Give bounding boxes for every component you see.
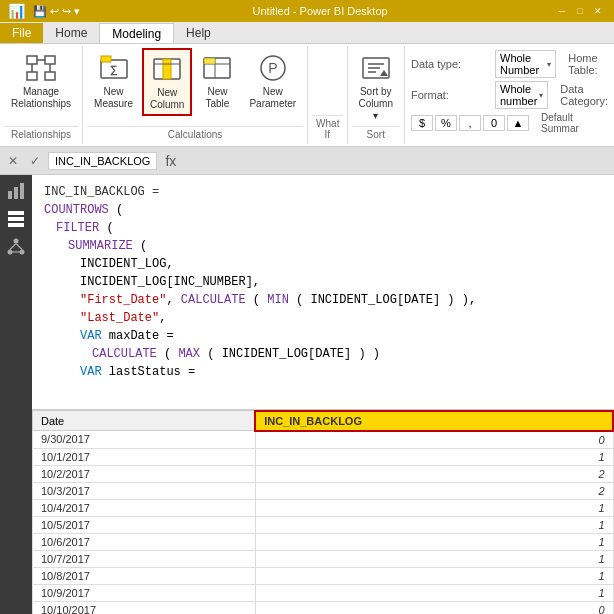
format-increase-button[interactable]: ▲ — [507, 115, 529, 131]
table-cell-value: 0 — [255, 601, 613, 614]
close-button[interactable]: ✕ — [590, 4, 606, 18]
code-line-1: INC_IN_BACKLOG = — [44, 183, 602, 201]
table-cell-date: 10/8/2017 — [33, 567, 256, 584]
table-cell-date: 10/6/2017 — [33, 533, 256, 550]
data-category-label: Data Category: — [560, 83, 608, 107]
data-type-value: Whole Number — [500, 52, 545, 76]
tab-help[interactable]: Help — [174, 23, 223, 43]
chevron-down-icon: ▾ — [547, 60, 551, 69]
table-cell-value: 0 — [255, 431, 613, 449]
table-row: 10/10/20170 — [33, 601, 614, 614]
table-cell-date: 10/7/2017 — [33, 550, 256, 567]
new-measure-label: NewMeasure — [94, 86, 133, 110]
format-comma-button[interactable]: , — [459, 115, 481, 131]
table-icon — [201, 52, 233, 84]
ribbon-items-relationships: ManageRelationships — [4, 48, 78, 126]
code-editor[interactable]: INC_IN_BACKLOG = COUNTROWS ( FILTER ( SU… — [32, 175, 614, 410]
default-summary-label: Default Summar — [541, 112, 608, 134]
code-line-10: CALCULATE ( MAX ( INCIDENT_LOG[DATE] ) ) — [44, 345, 602, 363]
tab-modeling[interactable]: Modeling — [99, 23, 174, 43]
table-row: 9/30/20170 — [33, 431, 614, 449]
sort-icon — [360, 52, 392, 84]
svg-rect-0 — [27, 56, 37, 64]
sort-by-column-button[interactable]: Sort byColumn ▾ — [352, 48, 400, 126]
chevron-down-icon2: ▾ — [539, 91, 543, 100]
table-cell-value: 1 — [255, 584, 613, 601]
svg-rect-9 — [101, 56, 111, 62]
svg-line-34 — [16, 244, 22, 250]
tab-home[interactable]: Home — [43, 23, 99, 43]
minimize-button[interactable]: ─ — [554, 4, 570, 18]
title-bar-title: Untitled - Power BI Desktop — [86, 5, 554, 17]
table-row: 10/8/20171 — [33, 567, 614, 584]
data-table: Date INC_IN_BACKLOG 9/30/2017010/1/20171… — [32, 410, 614, 615]
svg-text:∑: ∑ — [110, 63, 118, 76]
relationships-section-label: Relationships — [4, 126, 78, 142]
ribbon-section-sort: Sort byColumn ▾ Sort — [348, 46, 405, 144]
ribbon-items-sort: Sort byColumn ▾ — [352, 48, 400, 126]
code-line-7: "First_Date", CALCULATE ( MIN ( INCIDENT… — [44, 291, 602, 309]
formula-column-name[interactable]: INC_IN_BACKLOG — [48, 152, 157, 170]
svg-rect-3 — [45, 72, 55, 80]
svg-rect-29 — [8, 223, 24, 227]
format-dropdown[interactable]: Whole number ▾ — [495, 81, 548, 109]
formula-cancel-button[interactable]: ✕ — [4, 152, 22, 170]
new-table-button[interactable]: NewTable — [194, 48, 240, 114]
svg-line-33 — [10, 244, 16, 250]
new-column-label: NewColumn — [150, 87, 184, 111]
data-table-container: Date INC_IN_BACKLOG 9/30/2017010/1/20171… — [32, 410, 614, 615]
sort-section-label: Sort — [352, 126, 400, 142]
tab-file[interactable]: File — [0, 23, 43, 43]
new-parameter-button[interactable]: P NewParameter — [242, 48, 303, 114]
sidebar-model-icon[interactable] — [4, 235, 28, 259]
format-percent-button[interactable]: % — [435, 115, 457, 131]
svg-rect-28 — [8, 217, 24, 221]
parameter-icon: P — [257, 52, 289, 84]
table-row: 10/4/20171 — [33, 499, 614, 516]
manage-relationships-button[interactable]: ManageRelationships — [4, 48, 78, 114]
table-row: 10/3/20172 — [33, 482, 614, 499]
table-row: 10/1/20171 — [33, 448, 614, 465]
format-value: Whole number — [500, 83, 537, 107]
formula-bar: ✕ ✓ INC_IN_BACKLOG fx — [0, 147, 614, 175]
format-icons: $ % , 0 ▲ — [411, 115, 529, 131]
svg-point-32 — [20, 250, 25, 255]
table-cell-value: 2 — [255, 482, 613, 499]
sidebar-data-icon[interactable] — [4, 207, 28, 231]
code-line-9: VAR maxDate = — [44, 327, 602, 345]
format-dollar-button[interactable]: $ — [411, 115, 433, 131]
svg-rect-25 — [14, 187, 18, 199]
svg-rect-1 — [45, 56, 55, 64]
title-bar-app-icons: 📊 — [8, 3, 25, 19]
new-column-button[interactable]: NewColumn — [142, 48, 192, 116]
ribbon-items-calculations: ∑ NewMeasure NewColumn — [87, 48, 303, 126]
table-cell-date: 10/3/2017 — [33, 482, 256, 499]
ribbon: ManageRelationships Relationships ∑ NewM… — [0, 44, 614, 147]
title-bar-controls[interactable]: ─ □ ✕ — [554, 4, 606, 18]
data-type-dropdown[interactable]: Whole Number ▾ — [495, 50, 556, 78]
table-cell-value: 1 — [255, 533, 613, 550]
code-line-11: VAR lastStatus = — [44, 363, 602, 381]
table-cell-date: 10/9/2017 — [33, 584, 256, 601]
calculations-section-label: Calculations — [87, 126, 303, 142]
ribbon-section-relationships: ManageRelationships Relationships — [0, 46, 83, 144]
code-line-5: INCIDENT_LOG, — [44, 255, 602, 273]
date-column-header: Date — [33, 411, 256, 431]
table-row: 10/5/20171 — [33, 516, 614, 533]
maximize-button[interactable]: □ — [572, 4, 588, 18]
new-measure-button[interactable]: ∑ NewMeasure — [87, 48, 140, 114]
table-cell-value: 1 — [255, 567, 613, 584]
code-line-4: SUMMARIZE ( — [44, 237, 602, 255]
whatif-section-label: What If — [312, 115, 342, 142]
table-cell-date: 10/4/2017 — [33, 499, 256, 516]
sidebar-report-icon[interactable] — [4, 179, 28, 203]
format-decrease-button[interactable]: 0 — [483, 115, 505, 131]
title-bar: 📊 💾 ↩ ↪ ▾ Untitled - Power BI Desktop ─ … — [0, 0, 614, 22]
table-row: 10/2/20172 — [33, 465, 614, 482]
table-cell-date: 9/30/2017 — [33, 431, 256, 449]
svg-rect-2 — [27, 72, 37, 80]
svg-rect-11 — [163, 59, 171, 79]
formula-confirm-button[interactable]: ✓ — [26, 152, 44, 170]
formula-fx-icon: fx — [161, 153, 180, 169]
svg-rect-24 — [8, 191, 12, 199]
